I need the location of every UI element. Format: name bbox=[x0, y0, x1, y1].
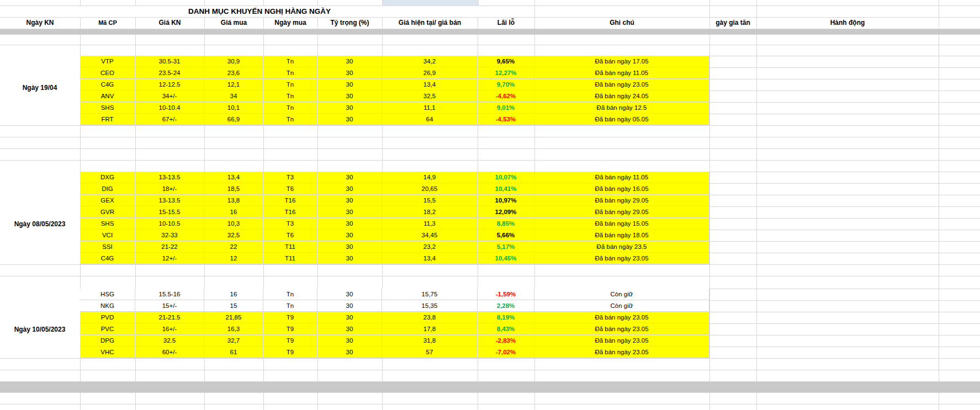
cell-code[interactable]: VHC bbox=[80, 347, 135, 358]
cell-code[interactable]: NKG bbox=[80, 300, 135, 312]
cell-gia-mua[interactable]: 10,3 bbox=[204, 218, 263, 230]
cell-ghi-chu[interactable]: Đã bán ngày 23.5 bbox=[534, 241, 709, 253]
cell-gia-hien-tai[interactable]: 57 bbox=[382, 347, 478, 358]
cell-ngay-mua[interactable]: Tn bbox=[263, 56, 317, 67]
cell-code[interactable]: PVD bbox=[80, 312, 135, 323]
cell-gia-kn[interactable]: 34+/- bbox=[135, 90, 204, 102]
column-header-ghi-chu[interactable]: Ghi chú bbox=[534, 17, 709, 29]
cell-ghi-chu[interactable]: Đã bán ngày 23.05 bbox=[534, 347, 709, 358]
cell-lai-lo[interactable]: 10,97% bbox=[478, 195, 534, 206]
cell-gia-mua[interactable]: 61 bbox=[204, 347, 263, 358]
cell-ty-trong[interactable]: 30 bbox=[317, 347, 382, 358]
cell-gia-mua[interactable]: 12,1 bbox=[204, 79, 263, 90]
cell-ty-trong[interactable]: 30 bbox=[317, 323, 382, 335]
cell-ghi-chu[interactable]: Đã bán ngày 23.05 bbox=[534, 253, 709, 264]
cell-gia-mua[interactable]: 30,9 bbox=[204, 56, 263, 67]
cell-ngay-mua[interactable]: Tn bbox=[263, 114, 317, 125]
cell-ty-trong[interactable]: 30 bbox=[317, 300, 382, 312]
cell-gia-hien-tai[interactable]: 23,2 bbox=[382, 241, 478, 253]
column-header-lai-lo[interactable]: Lãi lỗ bbox=[478, 17, 534, 29]
cell-ngay-mua[interactable]: T3 bbox=[263, 218, 317, 230]
cell-ngay-mua[interactable]: Tn bbox=[263, 102, 317, 114]
cell-lai-lo[interactable]: 8,85% bbox=[478, 218, 534, 230]
cell-code[interactable]: C4G bbox=[80, 79, 135, 90]
cell-ngay-mua[interactable]: T9 bbox=[263, 347, 317, 358]
cell-lai-lo[interactable]: 12,27% bbox=[478, 67, 534, 79]
cell-gia-kn[interactable]: 23.5-24 bbox=[135, 67, 204, 79]
cell-ghi-chu[interactable]: Đã bán ngày 23.05 bbox=[534, 323, 709, 335]
cell-ghi-chu[interactable]: Đã bán ngày 16.05 bbox=[534, 183, 709, 195]
cell-gia-hien-tai[interactable]: 64 bbox=[382, 114, 478, 125]
cell-ty-trong[interactable]: 30 bbox=[317, 335, 382, 347]
cell-lai-lo[interactable]: 5,17% bbox=[478, 241, 534, 253]
cell-ghi-chu[interactable]: Đã bán ngày 29.05 bbox=[534, 195, 709, 206]
cell-ty-trong[interactable]: 30 bbox=[317, 90, 382, 102]
cell-ngay-mua[interactable]: Tn bbox=[263, 300, 317, 312]
cell-ty-trong[interactable]: 30 bbox=[317, 241, 382, 253]
cell-lai-lo[interactable]: -2,83% bbox=[478, 335, 534, 347]
cell-gia-kn[interactable]: 32-33 bbox=[135, 230, 204, 241]
date-merged-cell[interactable] bbox=[0, 172, 80, 264]
cell-lai-lo[interactable]: 10,07% bbox=[478, 172, 534, 183]
cell-ngay-mua[interactable]: T6 bbox=[263, 230, 317, 241]
cell-ty-trong[interactable]: 30 bbox=[317, 289, 382, 300]
cell-ghi-chu[interactable]: Đã bán ngày 24.05 bbox=[534, 90, 709, 102]
cell-gia-kn[interactable]: 21-21.5 bbox=[135, 312, 204, 323]
cell-ngay-mua[interactable]: T11 bbox=[263, 241, 317, 253]
cell-gia-mua[interactable]: 16 bbox=[204, 206, 263, 218]
cell-gia-mua[interactable]: 13,8 bbox=[204, 195, 263, 206]
cell-ghi-chu[interactable]: Đã bán ngày 23.05 bbox=[534, 312, 709, 323]
cell-code[interactable]: SHS bbox=[80, 218, 135, 230]
cell-ghi-chu[interactable]: Đã bán ngày 18.05 bbox=[534, 230, 709, 241]
cell-gia-mua[interactable]: 13,4 bbox=[204, 172, 263, 183]
cell-lai-lo[interactable]: 12,09% bbox=[478, 206, 534, 218]
cell-ghi-chu[interactable]: Đã bán ngày 17.05 bbox=[534, 56, 709, 67]
cell-ghi-chu[interactable]: Còn giữ bbox=[534, 289, 709, 300]
cell-gia-mua[interactable]: 66,9 bbox=[204, 114, 263, 125]
cell-ngay-mua[interactable]: T9 bbox=[263, 312, 317, 323]
cell-gia-hien-tai[interactable]: 13,4 bbox=[382, 253, 478, 264]
column-header-ngay-kn[interactable]: Ngày KN bbox=[0, 17, 80, 29]
cell-lai-lo[interactable]: 9,01% bbox=[478, 102, 534, 114]
cell-gia-kn[interactable]: 10-10.4 bbox=[135, 102, 204, 114]
cell-lai-lo[interactable]: -4,62% bbox=[478, 90, 534, 102]
cell-ty-trong[interactable]: 30 bbox=[317, 172, 382, 183]
cell-ngay-mua[interactable]: T16 bbox=[263, 195, 317, 206]
cell-gia-mua[interactable]: 16,3 bbox=[204, 323, 263, 335]
column-header-gia-mua[interactable]: Giá mua bbox=[204, 17, 263, 29]
cell-gia-kn[interactable]: 18+/- bbox=[135, 183, 204, 195]
cell-code[interactable]: VTP bbox=[80, 56, 135, 67]
cell-gia-kn[interactable]: 10-10.5 bbox=[135, 218, 204, 230]
cell-gia-mua[interactable]: 21,85 bbox=[204, 312, 263, 323]
cell-gia-hien-tai[interactable]: 13,4 bbox=[382, 79, 478, 90]
cell-gia-mua[interactable]: 10,1 bbox=[204, 102, 263, 114]
cell-code[interactable]: FRT bbox=[80, 114, 135, 125]
cell-lai-lo[interactable]: 8,19% bbox=[478, 312, 534, 323]
cell-code[interactable]: CEO bbox=[80, 67, 135, 79]
cell-gia-kn[interactable]: 13-13.5 bbox=[135, 172, 204, 183]
cell-ngay-mua[interactable]: Tn bbox=[263, 67, 317, 79]
cell-ty-trong[interactable]: 30 bbox=[317, 114, 382, 125]
cell-gia-hien-tai[interactable]: 31,8 bbox=[382, 335, 478, 347]
cell-gia-mua[interactable]: 23,6 bbox=[204, 67, 263, 79]
cell-ghi-chu[interactable]: Đã bán ngày 05.05 bbox=[534, 114, 709, 125]
cell-lai-lo[interactable]: 10,41% bbox=[478, 183, 534, 195]
cell-lai-lo[interactable]: 9,70% bbox=[478, 79, 534, 90]
cell-gia-hien-tai[interactable]: 11,1 bbox=[382, 102, 478, 114]
cell-gia-kn[interactable]: 12+/- bbox=[135, 253, 204, 264]
cell-code[interactable]: SHS bbox=[80, 102, 135, 114]
cell-gia-mua[interactable]: 34 bbox=[204, 90, 263, 102]
cell-lai-lo[interactable]: 9,65% bbox=[478, 56, 534, 67]
cell-ghi-chu[interactable]: Đã bán ngày 15.05 bbox=[534, 218, 709, 230]
cell-gia-kn[interactable]: 60+/- bbox=[135, 347, 204, 358]
cell-gia-hien-tai[interactable]: 15,5 bbox=[382, 195, 478, 206]
cell-gia-kn[interactable]: 30.5-31 bbox=[135, 56, 204, 67]
cell-code[interactable]: HSG bbox=[80, 289, 135, 300]
cell-gia-kn[interactable]: 13-13.5 bbox=[135, 195, 204, 206]
cell-ty-trong[interactable]: 30 bbox=[317, 79, 382, 90]
cell-ghi-chu[interactable]: Đã bán ngày 23.05 bbox=[534, 79, 709, 90]
cell-ghi-chu[interactable]: Còn giữ bbox=[534, 300, 709, 312]
cell-gia-hien-tai[interactable]: 20,65 bbox=[382, 183, 478, 195]
cell-gia-hien-tai[interactable]: 11,3 bbox=[382, 218, 478, 230]
cell-ty-trong[interactable]: 30 bbox=[317, 195, 382, 206]
